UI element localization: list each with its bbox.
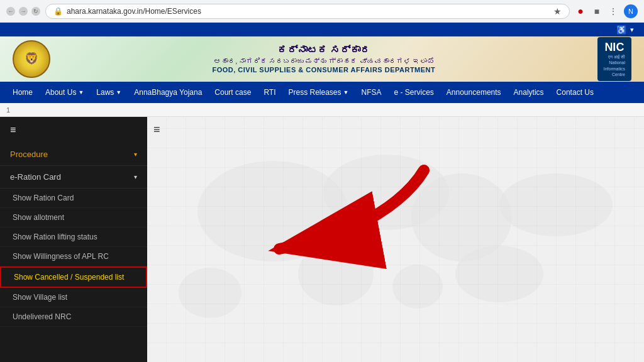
nic-fullname: एन आई सी National Informatics Centre	[604, 54, 625, 77]
show-willingness-label: Show Willingness of APL RC	[13, 252, 109, 261]
nav-press-releases[interactable]: Press Releases ▼	[282, 82, 355, 103]
star-icon[interactable]: ★	[553, 6, 562, 16]
nav-rti[interactable]: RTI	[257, 82, 282, 103]
nav-eservices[interactable]: e - Services	[387, 82, 440, 103]
undelivered-nrc-label: Undelivered NRC	[13, 312, 71, 321]
nic-text: NIC	[604, 41, 624, 54]
extensions-icon[interactable]: ■	[591, 6, 602, 17]
sidebar-hamburger[interactable]: ≡	[0, 117, 147, 143]
url-text: ahara.karnataka.gov.in/Home/EServices	[67, 7, 550, 16]
nav-about-us[interactable]: About Us ▼	[39, 82, 90, 103]
header-left: 🦁	[13, 40, 50, 78]
sidebar: ≡ Procedure ▾ e-Ration Card ▾ Show Ratio…	[0, 117, 147, 362]
reload-button[interactable]: ↻	[31, 7, 40, 16]
nav-announcements[interactable]: Announcements	[440, 82, 508, 103]
menu-icon[interactable]: ⋮	[608, 6, 619, 17]
sidebar-item-show-village[interactable]: Show Village list	[0, 288, 147, 307]
nic-english: National	[604, 60, 625, 65]
red-arrow	[229, 151, 430, 277]
dept-title: FOOD, CIVIL SUPPLIES & CONSUMER AFFAIRS …	[50, 66, 597, 74]
kannada-sub: ಆಹಾರ, ನಾಗರಿಕ ಸರಬರಾಜು ಮತ್ತು ಗ್ರಾಹಕ ವ್ಯವಹಾ…	[50, 57, 597, 65]
show-ration-lifting-label: Show Ration lifting status	[13, 233, 97, 241]
accessibility-bar: ♿ ▾	[0, 23, 644, 36]
forward-button[interactable]: →	[19, 7, 28, 16]
nav-home[interactable]: Home	[6, 82, 39, 103]
nic-hindi: एन आई सी	[604, 54, 625, 60]
about-arrow: ▼	[78, 89, 84, 96]
browser-nav-buttons[interactable]: ← → ↻	[6, 7, 40, 16]
nic-centre: Centre	[604, 72, 625, 77]
hamburger-icon: ≡	[10, 124, 16, 135]
sidebar-item-show-allotment[interactable]: Show allotment	[0, 208, 147, 228]
address-bar[interactable]: 🔒 ahara.karnataka.gov.in/Home/EServices …	[45, 4, 570, 19]
secure-icon: 🔒	[53, 7, 63, 16]
main-content: ≡	[147, 117, 644, 362]
kannada-title: ಕರ್ನಾಟಕ ಸರ್ಕಾರ	[50, 45, 597, 56]
back-button[interactable]: ←	[6, 7, 15, 16]
main-nav: Home About Us ▼ Laws ▼ AnnaBhagya Yojana…	[0, 82, 644, 103]
nav-contact-us[interactable]: Contact Us	[550, 82, 600, 103]
sidebar-item-procedure[interactable]: Procedure ▾	[0, 143, 147, 166]
accessibility-arrow[interactable]: ▾	[630, 26, 634, 34]
show-village-label: Show Village list	[13, 293, 67, 302]
site-wrapper: ♿ ▾ 🦁 ಕರ್ನಾಟಕ ಸರ್ಕಾರ ಆಹಾರ, ನಾಗರಿಕ ಸರಬರಾಜ…	[0, 23, 644, 362]
sidebar-item-show-ration-card[interactable]: Show Ration Card	[0, 189, 147, 208]
sidebar-procedure-arrow: ▾	[134, 151, 137, 158]
user-avatar[interactable]: N	[624, 4, 638, 18]
nic-informatics: Informatics	[604, 66, 625, 72]
sidebar-item-undelivered-nrc[interactable]: Undelivered NRC	[0, 307, 147, 327]
laws-arrow: ▼	[116, 89, 121, 96]
sidebar-procedure-label: Procedure	[10, 150, 48, 159]
page-num-bar: 1	[0, 103, 644, 117]
svg-point-6	[455, 246, 543, 302]
nav-nfsa[interactable]: NFSA	[355, 82, 387, 103]
karnataka-emblem: 🦁	[13, 40, 50, 78]
main-hamburger-icon: ≡	[153, 123, 160, 136]
sidebar-item-erationcard[interactable]: e-Ration Card ▾	[0, 166, 147, 189]
nav-analytics[interactable]: Analytics	[508, 82, 550, 103]
nav-court-case[interactable]: Court case	[208, 82, 257, 103]
accessibility-icon: ♿	[616, 25, 626, 35]
sidebar-erationcard-arrow: ▾	[134, 173, 137, 180]
nav-laws[interactable]: Laws ▼	[90, 82, 128, 103]
nic-logo: NIC एन आई सी National Informatics Centre	[597, 37, 631, 80]
header-banner: 🦁 ಕರ್ನಾಟಕ ಸರ್ಕಾರ ಆಹಾರ, ನಾಗರಿಕ ಸರಬರಾಜು ಮತ…	[0, 36, 644, 82]
show-cancelled-label: Show Cancelled / Suspended list	[14, 273, 124, 282]
content-area: ≡ Procedure ▾ e-Ration Card ▾ Show Ratio…	[0, 117, 644, 362]
show-ration-card-label: Show Ration Card	[13, 194, 74, 202]
browser-chrome: ← → ↻ 🔒 ahara.karnataka.gov.in/Home/ESer…	[0, 0, 644, 23]
main-hamburger[interactable]: ≡	[153, 123, 160, 136]
sidebar-erationcard-label: e-Ration Card	[10, 172, 61, 182]
sidebar-item-show-ration-lifting[interactable]: Show Ration lifting status	[0, 228, 147, 247]
sidebar-item-show-cancelled[interactable]: Show Cancelled / Suspended list	[0, 266, 147, 288]
show-allotment-label: Show allotment	[13, 213, 64, 222]
nav-annabhagya[interactable]: AnnaBhagya Yojana	[128, 82, 208, 103]
opera-icon: ●	[575, 6, 586, 17]
browser-toolbar: ● ■ ⋮ N	[575, 4, 638, 18]
header-text-block: ಕರ್ನಾಟಕ ಸರ್ಕಾರ ಆಹಾರ, ನಾಗರಿಕ ಸರಬರಾಜು ಮತ್ತ…	[50, 45, 597, 74]
sidebar-item-show-willingness[interactable]: Show Willingness of APL RC	[0, 247, 147, 266]
page-number: 1	[6, 106, 10, 114]
svg-point-3	[499, 173, 613, 236]
press-arrow: ▼	[343, 89, 349, 96]
